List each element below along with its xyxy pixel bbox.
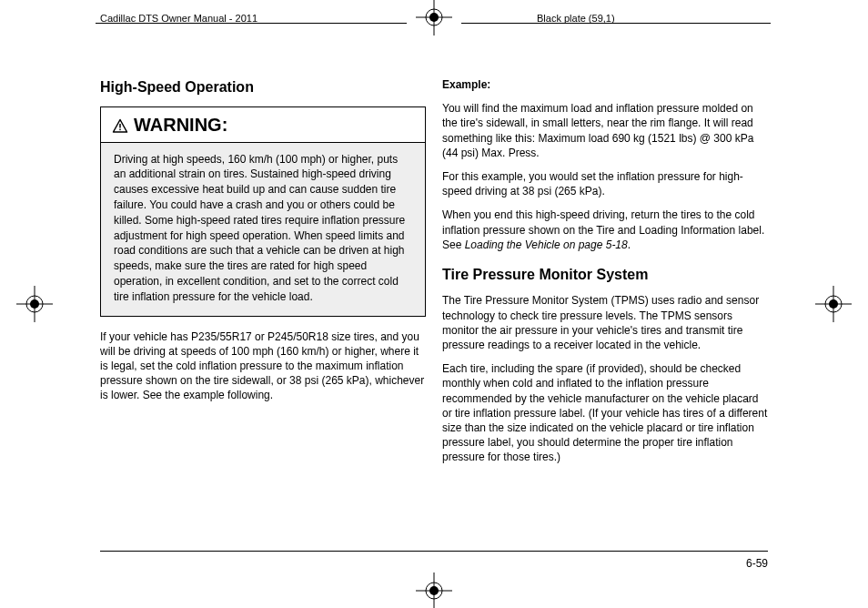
heading-tpms: Tire Pressure Monitor System [442, 265, 768, 285]
warning-title-bar: WARNING: [101, 107, 425, 143]
warning-label: WARNING: [134, 113, 227, 137]
warning-triangle-icon [112, 117, 128, 133]
example-paragraph-1: You will find the maximum load and infla… [442, 101, 768, 160]
warning-body-text: Driving at high speeds, 160 km/h (100 mp… [101, 143, 425, 316]
tpms-paragraph-2: Each tire, including the spare (if provi… [442, 361, 768, 464]
svg-point-7 [429, 586, 439, 595]
example-label: Example: [442, 77, 768, 92]
tpms-paragraph-1: The Tire Pressure Monitor System (TPMS) … [442, 293, 768, 352]
svg-point-3 [429, 13, 439, 22]
left-column: High-Speed Operation WARNING: Driving at… [100, 77, 426, 412]
footer-rule [100, 551, 768, 552]
page-number: 6-59 [746, 557, 768, 570]
right-column: Example: You will find the maximum load … [442, 77, 768, 474]
content-area: High-Speed Operation WARNING: Driving at… [100, 73, 768, 544]
paragraph-tire-sizes: If your vehicle has P235/55R17 or P245/5… [100, 329, 426, 403]
example-paragraph-2: For this example, you would set the infl… [442, 169, 768, 198]
svg-rect-16 [119, 124, 121, 128]
warning-box: WARNING: Driving at high speeds, 160 km/… [100, 106, 426, 317]
heading-high-speed-operation: High-Speed Operation [100, 77, 426, 97]
registration-mark-bottom-icon [416, 573, 452, 608]
page: Cadillac DTS Owner Manual - 2011 Black p… [0, 0, 868, 608]
registration-mark-top-icon [416, 0, 452, 35]
example-paragraph-3: When you end this high-speed driving, re… [442, 208, 768, 252]
svg-point-15 [829, 299, 838, 309]
header-rule-left [96, 23, 407, 24]
registration-mark-left-icon [16, 286, 53, 322]
crossref-loading-vehicle: Loading the Vehicle on page 5‑18 [465, 238, 628, 251]
svg-rect-17 [119, 129, 121, 131]
header-rule-right [461, 23, 771, 24]
svg-point-11 [30, 299, 39, 309]
registration-mark-right-icon [815, 286, 852, 322]
